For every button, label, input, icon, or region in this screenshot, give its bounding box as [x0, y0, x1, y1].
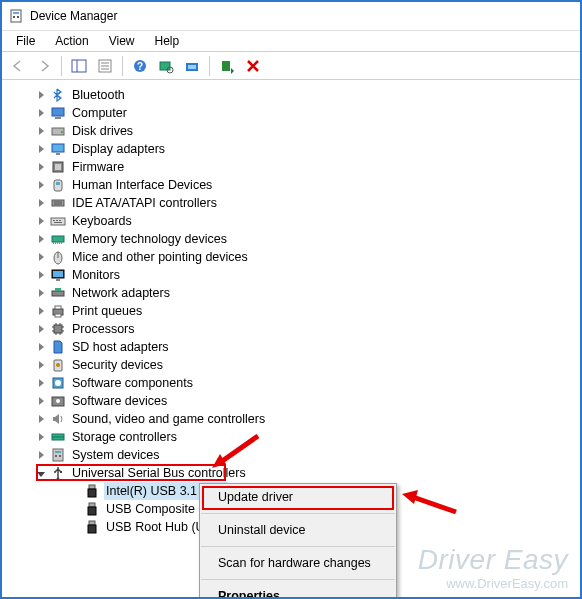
ctx-update-driver[interactable]: Update driver	[200, 484, 396, 510]
ctx-scan-hardware[interactable]: Scan for hardware changes	[200, 550, 396, 576]
category-label: Computer	[70, 104, 129, 122]
expand-arrow-icon[interactable]	[34, 88, 48, 102]
expand-arrow-icon[interactable]	[34, 268, 48, 282]
expand-arrow-icon[interactable]	[34, 358, 48, 372]
svg-rect-60	[55, 342, 56, 344]
tree-category[interactable]: IDE ATA/ATAPI controllers	[34, 194, 580, 212]
help-button[interactable]: ?	[128, 54, 152, 78]
usb-device-icon	[84, 519, 100, 535]
tree-category[interactable]: Network adapters	[34, 284, 580, 302]
toolbar: ?	[2, 52, 580, 80]
forward-button	[32, 54, 56, 78]
category-label: Human Interface Devices	[70, 176, 214, 194]
properties-button[interactable]	[93, 54, 117, 78]
expand-arrow-icon[interactable]	[34, 124, 48, 138]
category-label: Software devices	[70, 392, 169, 410]
ctx-uninstall-device[interactable]: Uninstall device	[200, 517, 396, 543]
category-icon	[50, 159, 66, 175]
menu-help[interactable]: Help	[145, 32, 190, 50]
update-driver-button[interactable]	[180, 54, 204, 78]
toolbar-separator	[209, 56, 210, 76]
menu-file[interactable]: File	[6, 32, 45, 50]
tree-category[interactable]: System devices	[34, 446, 580, 464]
svg-rect-80	[89, 503, 95, 507]
expand-arrow-icon[interactable]	[34, 250, 48, 264]
category-label: Security devices	[70, 356, 165, 374]
expand-arrow-icon[interactable]	[34, 160, 48, 174]
tree-category[interactable]: Sound, video and game controllers	[34, 410, 580, 428]
svg-text:?: ?	[137, 61, 143, 72]
collapse-arrow-icon[interactable]	[34, 466, 48, 480]
tree-category[interactable]: Keyboards	[34, 212, 580, 230]
expand-arrow-icon[interactable]	[34, 394, 48, 408]
expand-arrow-icon[interactable]	[34, 376, 48, 390]
tree-category[interactable]: Software devices	[34, 392, 580, 410]
usb-device-icon	[84, 501, 100, 517]
expand-arrow-icon[interactable]	[34, 340, 48, 354]
tree-category[interactable]: Human Interface Devices	[34, 176, 580, 194]
tree-category[interactable]: Software components	[34, 374, 580, 392]
expand-arrow-icon[interactable]	[34, 448, 48, 462]
tree-category[interactable]: Processors	[34, 320, 580, 338]
expand-arrow-icon[interactable]	[34, 322, 48, 336]
svg-rect-45	[56, 279, 60, 281]
device-tree[interactable]: BluetoothComputerDisk drivesDisplay adap…	[2, 80, 580, 542]
svg-rect-27	[52, 200, 64, 206]
svg-rect-39	[59, 242, 60, 244]
tree-category[interactable]: Monitors	[34, 266, 580, 284]
svg-rect-71	[53, 449, 63, 461]
tree-category[interactable]: Bluetooth	[34, 86, 580, 104]
tree-category[interactable]: Memory technology devices	[34, 230, 580, 248]
tree-category[interactable]: Computer	[34, 104, 580, 122]
svg-rect-74	[59, 455, 61, 457]
svg-rect-49	[55, 306, 61, 309]
expand-arrow-icon[interactable]	[34, 178, 48, 192]
expand-arrow-icon[interactable]	[34, 412, 48, 426]
menu-view[interactable]: View	[99, 32, 145, 50]
expand-arrow-icon[interactable]	[34, 232, 48, 246]
menu-bar: File Action View Help	[2, 30, 580, 52]
ctx-properties[interactable]: Properties	[200, 583, 396, 599]
svg-rect-15	[188, 65, 196, 69]
expand-arrow-icon[interactable]	[34, 106, 48, 120]
svg-rect-36	[53, 242, 54, 244]
expand-arrow-icon[interactable]	[34, 286, 48, 300]
tree-category-usb[interactable]: Universal Serial Bus controllers	[34, 464, 580, 482]
uninstall-button[interactable]	[241, 54, 265, 78]
category-label: System devices	[70, 446, 162, 464]
tree-category[interactable]: Disk drives	[34, 122, 580, 140]
category-label: Software components	[70, 374, 195, 392]
category-label: IDE ATA/ATAPI controllers	[70, 194, 219, 212]
watermark: Driver Easy www.DriverEasy.com	[418, 544, 568, 591]
category-icon	[50, 321, 66, 337]
tree-category[interactable]: Storage controllers	[34, 428, 580, 446]
tree-category[interactable]: SD host adapters	[34, 338, 580, 356]
tree-category[interactable]: Firmware	[34, 158, 580, 176]
tree-category[interactable]: Display adapters	[34, 140, 580, 158]
toolbar-separator	[122, 56, 123, 76]
show-hide-console-tree-button[interactable]	[67, 54, 91, 78]
add-legacy-hardware-button[interactable]	[215, 54, 239, 78]
category-label: Network adapters	[70, 284, 172, 302]
expand-arrow-icon[interactable]	[34, 430, 48, 444]
expand-arrow-icon[interactable]	[34, 214, 48, 228]
svg-rect-78	[89, 485, 95, 489]
window-title: Device Manager	[30, 9, 117, 23]
expand-arrow-icon[interactable]	[34, 304, 48, 318]
scan-hardware-button[interactable]	[154, 54, 178, 78]
tree-category[interactable]: Print queues	[34, 302, 580, 320]
svg-rect-30	[51, 218, 65, 225]
expand-arrow-icon[interactable]	[34, 196, 48, 210]
expand-arrow-icon[interactable]	[34, 142, 48, 156]
category-label: Firmware	[70, 158, 126, 176]
tree-category[interactable]: Security devices	[34, 356, 580, 374]
category-icon	[50, 339, 66, 355]
svg-rect-22	[56, 153, 60, 155]
category-label: Display adapters	[70, 140, 167, 158]
svg-rect-21	[52, 144, 64, 152]
menu-action[interactable]: Action	[45, 32, 98, 50]
category-label: Memory technology devices	[70, 230, 229, 248]
svg-rect-31	[53, 220, 55, 221]
tree-category[interactable]: Mice and other pointing devices	[34, 248, 580, 266]
category-icon	[50, 411, 66, 427]
